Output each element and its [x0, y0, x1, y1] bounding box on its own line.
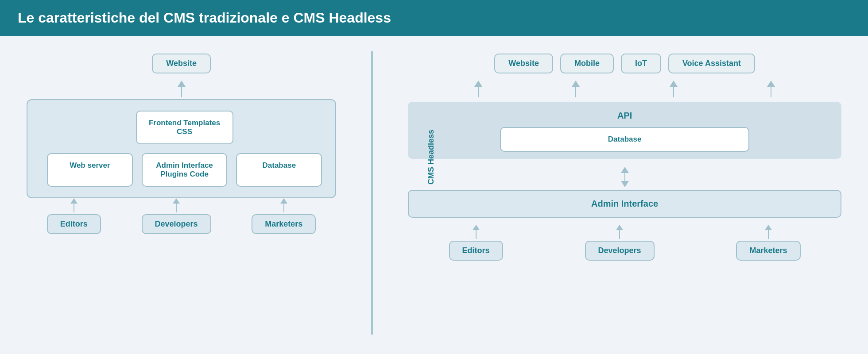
arrow-to-editors-hl	[473, 225, 480, 239]
database-label-trad: Database	[262, 161, 296, 169]
arrow-head	[572, 81, 580, 87]
headless-output-row: Website Mobile IoT Voice Assistant	[494, 54, 755, 73]
headless-iot-box: IoT	[621, 54, 661, 73]
arrow-head	[670, 81, 678, 87]
arrow-head	[767, 81, 775, 87]
headless-cms-section: CMS Headless Website Mobile IoT Voice As…	[408, 54, 841, 261]
arrow-head	[173, 198, 180, 204]
traditional-developers-box: Developers	[142, 214, 211, 234]
headless-api-section: API Database	[408, 102, 841, 159]
traditional-marketers-col: Marketers	[252, 198, 316, 234]
headless-user-row: Editors Developers Marketers	[408, 225, 841, 261]
arrow-head-down	[621, 181, 629, 187]
arrow-head-up	[621, 167, 629, 173]
headless-editors-box: Editors	[449, 241, 503, 261]
traditional-arrow-to-website	[178, 81, 186, 97]
traditional-cms-box: Frontend Templates CSS Web server Admin …	[27, 99, 336, 198]
admin-interface-line1: Admin Interface	[156, 161, 213, 169]
arrow-line	[478, 87, 479, 97]
traditional-developers-col: Developers	[142, 198, 211, 234]
web-server-label: Web server	[70, 161, 110, 169]
headless-marketers-col: Marketers	[736, 225, 800, 261]
arrow-line	[575, 87, 576, 97]
admin-interface-line2: Plugins Code	[160, 170, 209, 178]
arrow-head	[765, 225, 772, 230]
traditional-cms-section: CMS Tradizionale Website Frontend Templa…	[27, 54, 336, 234]
arrow-line	[768, 230, 769, 239]
section-divider	[372, 51, 372, 335]
arrow-line	[283, 204, 284, 212]
arrow-to-iot	[670, 81, 678, 97]
header-title: Le caratteristiche del CMS tradizionale …	[18, 10, 391, 26]
arrow-line	[624, 173, 625, 181]
headless-voice-box: Voice Assistant	[668, 54, 755, 73]
arrow-head	[280, 198, 287, 204]
web-server-box: Web server	[47, 153, 133, 187]
traditional-user-row: Editors Developers Marketers	[27, 198, 336, 234]
arrow-to-website	[474, 81, 482, 97]
headless-arrows-to-outputs	[430, 81, 820, 99]
arrow-line	[476, 230, 477, 239]
headless-side-label: CMS Headless	[426, 130, 436, 185]
arrow-head	[616, 225, 623, 230]
frontend-templates-line2: CSS	[177, 127, 192, 136]
arrow-head	[473, 225, 480, 230]
traditional-editors-col: Editors	[47, 198, 101, 234]
arrow-to-marketers-hl	[765, 225, 772, 239]
arrow-head	[178, 81, 186, 87]
arrow-line	[74, 204, 74, 212]
headless-website-box: Website	[494, 54, 553, 73]
arrow-line	[673, 87, 674, 97]
traditional-editors-box: Editors	[47, 214, 101, 234]
frontend-templates-line1: Frontend Templates	[149, 119, 220, 127]
arrow-head	[70, 198, 78, 204]
arrow-to-mobile	[572, 81, 580, 97]
arrow-to-developers-hl	[616, 225, 623, 239]
arrow-line	[176, 204, 177, 212]
arrow-line	[619, 230, 620, 239]
arrow-line	[181, 87, 182, 97]
arrow-to-marketers	[280, 198, 287, 212]
arrow-to-voice	[767, 81, 775, 97]
traditional-website-box: Website	[152, 54, 211, 73]
arrow-to-developers	[173, 198, 180, 212]
headless-mobile-box: Mobile	[560, 54, 614, 73]
double-arrow	[621, 167, 629, 187]
headless-developers-box: Developers	[585, 241, 655, 261]
headless-database-box: Database	[500, 127, 749, 152]
arrow-head	[474, 81, 482, 87]
headless-marketers-box: Marketers	[736, 241, 800, 261]
traditional-top-row: Frontend Templates CSS	[47, 111, 322, 144]
arrow-to-editors	[70, 198, 78, 212]
traditional-marketers-box: Marketers	[252, 214, 316, 234]
api-label: API	[417, 111, 833, 121]
database-box-trad: Database	[236, 153, 322, 187]
headless-editors-col: Editors	[449, 225, 503, 261]
traditional-bottom-row: Web server Admin Interface Plugins Code …	[47, 153, 322, 187]
headless-admin-box: Admin Interface	[408, 190, 841, 218]
arrow-line	[771, 87, 771, 97]
frontend-templates-box: Frontend Templates CSS	[136, 111, 233, 144]
header: Le caratteristiche del CMS tradizionale …	[0, 0, 868, 36]
headless-developers-col: Developers	[585, 225, 655, 261]
admin-interface-box: Admin Interface Plugins Code	[142, 153, 228, 187]
traditional-output-row: Website	[152, 54, 211, 73]
